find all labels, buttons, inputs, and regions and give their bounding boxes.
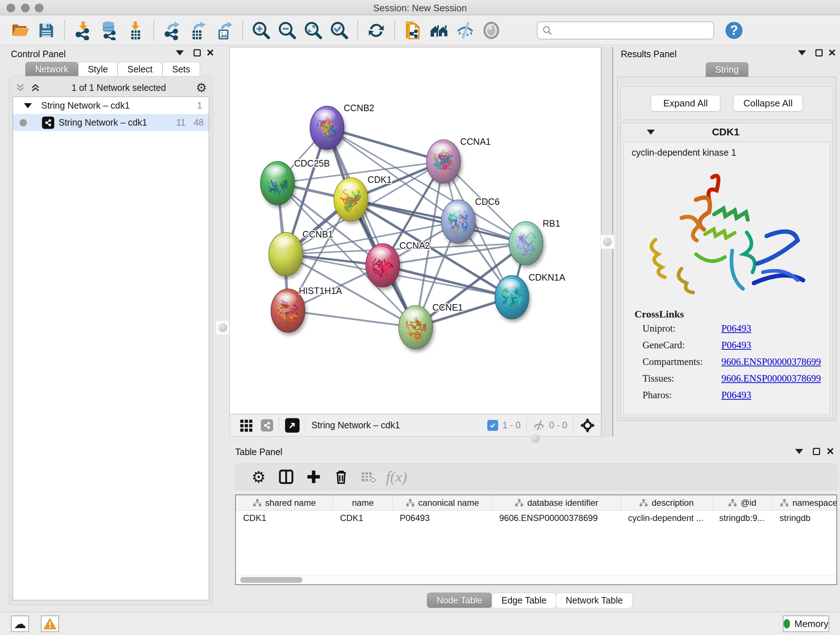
column-header--id[interactable]: @id [712, 495, 772, 510]
results-panel-close-button[interactable]: ✕ [827, 48, 837, 58]
detach-view-button[interactable] [285, 418, 300, 432]
birdseye-toggle-icon[interactable] [579, 417, 596, 434]
table-row[interactable]: CDK1CDK1P064939606.ENSP00000378699cyclin… [236, 510, 836, 526]
control-panel-close-button[interactable]: ✕ [205, 48, 216, 58]
birdseye-view-button[interactable] [481, 20, 502, 41]
crosslink-link[interactable]: P06493 [722, 390, 752, 401]
table-cell[interactable]: stringdb [772, 510, 837, 526]
control-panel-float-button[interactable] [192, 48, 202, 58]
import-network-file-button[interactable] [73, 20, 94, 41]
column-header-canonical-name[interactable]: canonical name [393, 495, 492, 510]
table-panel-close-button[interactable]: ✕ [825, 446, 836, 457]
import-network-database-button[interactable] [99, 20, 120, 41]
tab-select[interactable]: Select [118, 62, 162, 76]
save-session-button[interactable] [36, 20, 57, 41]
table-cell[interactable]: stringdb:9... [712, 510, 772, 526]
home-networks-button[interactable] [429, 20, 450, 41]
left-splitter-handle[interactable] [216, 320, 230, 335]
edge-CCNB2-CCNA1[interactable] [327, 128, 444, 162]
warnings-button[interactable] [41, 616, 59, 632]
table-cell[interactable]: 9606.ENSP00000378699 [492, 510, 621, 526]
delete-column-button[interactable] [331, 467, 351, 487]
export-image-button[interactable] [214, 20, 235, 41]
column-header-shared-name[interactable]: shared name [236, 495, 333, 510]
grid-view-icon[interactable] [238, 418, 254, 433]
table-panel-menu-button[interactable] [794, 446, 805, 457]
show-hide-graphics-button[interactable] [455, 20, 476, 41]
tab-style[interactable]: Style [78, 62, 118, 76]
export-network-button[interactable] [162, 20, 183, 41]
node-result-header[interactable]: CDK1 [621, 123, 833, 141]
hidden-eye-icon[interactable] [532, 419, 546, 432]
network-row[interactable]: String Network – cdk1 11 48 [13, 114, 209, 131]
right-splitter-handle[interactable] [600, 234, 615, 249]
node-table[interactable]: shared namenamecanonical namedatabase id… [235, 494, 837, 585]
table-cell[interactable]: P06493 [393, 510, 492, 526]
node-CDK1[interactable] [330, 178, 368, 226]
tab-edge-table[interactable]: Edge Table [492, 593, 556, 608]
network-view-share-icon[interactable] [261, 419, 273, 432]
node-RB1[interactable] [509, 222, 543, 265]
tree-expand-caret-icon[interactable] [24, 103, 32, 108]
column-header-description[interactable]: description [621, 495, 712, 510]
table-cell[interactable]: cyclin-dependent ... [621, 510, 712, 526]
node-CCNA1[interactable] [425, 140, 461, 183]
tab-string[interactable]: String [706, 62, 748, 77]
memory-button[interactable]: Memory [783, 616, 829, 632]
table-cell[interactable]: CDK1 [333, 510, 393, 526]
open-session-button[interactable] [10, 20, 31, 41]
open-network-in-browser-button[interactable] [403, 20, 424, 41]
table-horizontal-scrollbar[interactable] [236, 575, 836, 584]
node-CDC25B[interactable] [261, 162, 294, 205]
refresh-button[interactable] [366, 20, 387, 41]
column-header-database-identifier[interactable]: database identifier [492, 495, 621, 510]
node-CCNB1[interactable] [269, 233, 303, 276]
network-canvas[interactable]: CCNB2CCNA1CDC25BCDK1CDC6RB1CCNB1CCNA2CDK… [229, 47, 601, 414]
help-button[interactable]: ? [723, 20, 745, 41]
table-options-gear-icon[interactable]: ⚙ [248, 467, 269, 487]
tab-network-table[interactable]: Network Table [556, 593, 633, 608]
crosslink-link[interactable]: 9606.ENSP00000378699 [722, 356, 821, 367]
network-graph[interactable]: CCNB2CCNA1CDC25BCDK1CDC6RB1CCNB1CCNA2CDK… [230, 48, 601, 414]
zoom-selected-button[interactable] [329, 20, 350, 41]
node-label-CCNA2: CCNA2 [399, 241, 430, 250]
selected-checkbox[interactable] [487, 420, 498, 431]
collapse-all-button[interactable]: Collapse All [733, 95, 803, 111]
cloud-status-button[interactable]: ☁ [11, 616, 29, 632]
node-CCNE1[interactable] [399, 306, 433, 355]
control-panel-menu-button[interactable] [174, 48, 185, 58]
node-CDKN1A[interactable] [495, 276, 529, 319]
scrollbar-thumb[interactable] [240, 577, 302, 583]
crosslink-link[interactable]: P06493 [722, 340, 752, 351]
table-cell[interactable]: CDK1 [236, 510, 333, 526]
tab-sets[interactable]: Sets [163, 62, 200, 76]
bottom-splitter-handle[interactable] [527, 434, 543, 443]
zoom-fit-button[interactable] [303, 20, 324, 41]
tab-node-table[interactable]: Node Table [427, 593, 492, 608]
expand-all-button[interactable]: Expand All [651, 95, 720, 111]
create-column-button[interactable] [303, 467, 324, 487]
crosslink-link[interactable]: P06493 [722, 323, 752, 334]
zoom-out-button[interactable] [277, 20, 298, 41]
edge-CCNB2-CCNE1[interactable] [327, 128, 416, 327]
export-table-button[interactable] [188, 20, 209, 41]
results-panel-menu-button[interactable] [797, 48, 807, 58]
search-input[interactable] [553, 25, 709, 35]
crosslink-link[interactable]: 9606.ENSP00000378699 [722, 373, 821, 384]
delete-table-button[interactable] [358, 467, 379, 487]
table-panel-float-button[interactable] [811, 446, 822, 457]
expand-all-icon[interactable] [29, 82, 42, 93]
tab-network[interactable]: Network [25, 62, 78, 76]
results-panel-float-button[interactable] [813, 48, 824, 58]
network-options-gear-icon[interactable]: ⚙ [196, 80, 207, 95]
network-collection-row[interactable]: String Network – cdk1 1 [13, 97, 209, 114]
show-columns-button[interactable] [276, 467, 296, 487]
import-table-button[interactable] [125, 20, 146, 41]
zoom-in-button[interactable] [251, 20, 272, 41]
collapse-all-icon[interactable] [14, 82, 27, 93]
edge-HIST1H1A-CCNE1[interactable] [288, 310, 416, 327]
column-header-namespace[interactable]: namespace [772, 495, 837, 510]
function-builder-button[interactable]: f(x) [386, 467, 407, 487]
node-CDC6[interactable] [439, 200, 477, 243]
column-header-name[interactable]: name [333, 495, 393, 510]
